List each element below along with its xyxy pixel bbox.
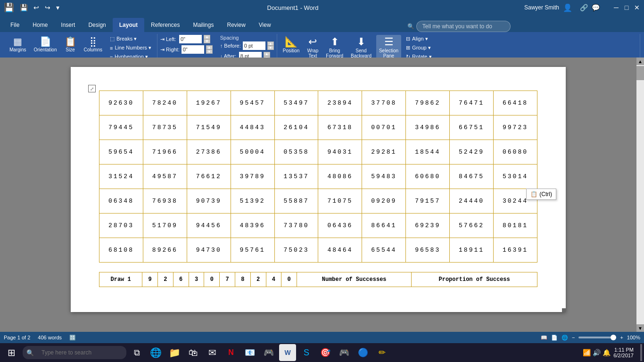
- taskbar-netflix[interactable]: N: [223, 344, 239, 361]
- taskbar-app12[interactable]: 🔵: [355, 344, 372, 361]
- bring-forward-button[interactable]: ⬆ BringForward: [323, 35, 346, 60]
- taskbar-search-input[interactable]: [36, 346, 123, 359]
- tab-references[interactable]: References: [144, 18, 186, 32]
- taskbar-word[interactable]: W: [279, 344, 296, 361]
- margins-button[interactable]: ▦ Margins: [7, 35, 29, 54]
- table-cell: 28703: [99, 214, 143, 238]
- selection-pane-icon: ☰: [384, 37, 394, 47]
- columns-button[interactable]: ⣿ Columns: [81, 35, 105, 54]
- tab-layout[interactable]: Layout: [113, 18, 144, 32]
- zoom-thumb[interactable]: [611, 335, 616, 340]
- sound-icon[interactable]: 🔊: [593, 349, 601, 356]
- taskbar-task-view[interactable]: ⧉: [128, 344, 145, 361]
- spacing-before-spinners: ▲ ▼: [267, 41, 274, 50]
- tab-insert[interactable]: Insert: [54, 18, 82, 32]
- size-button[interactable]: 📋 Size: [62, 35, 79, 54]
- close-button[interactable]: ✕: [634, 4, 640, 11]
- taskbar-explorer[interactable]: 📁: [166, 344, 183, 361]
- breaks-button[interactable]: ⬚ Breaks ▾: [107, 35, 154, 43]
- table-cell: 78735: [143, 115, 187, 140]
- selection-pane-button[interactable]: ☰ SelectionPane: [376, 35, 401, 60]
- table-cell: 13537: [274, 165, 318, 189]
- spacing-after-up[interactable]: ▲: [264, 52, 270, 56]
- tab-design[interactable]: Design: [82, 18, 112, 32]
- position-button[interactable]: 📐 Position: [280, 35, 303, 55]
- taskbar-app13[interactable]: ✏: [373, 344, 390, 361]
- scroll-up-button[interactable]: ▲: [636, 58, 644, 65]
- table-resize-handle[interactable]: [562, 308, 566, 312]
- bottom-table-cell: 6: [173, 272, 189, 287]
- notification-icon[interactable]: 🔔: [603, 349, 611, 356]
- web-layout-icon[interactable]: 🌐: [561, 335, 568, 341]
- taskbar-steam[interactable]: 🎮: [260, 344, 277, 361]
- zoom-out-button[interactable]: −: [572, 335, 575, 340]
- spacing-before-up[interactable]: ▲: [267, 41, 274, 46]
- spacing-before-down[interactable]: ▼: [267, 46, 274, 50]
- save-icon[interactable]: 💾: [18, 3, 30, 12]
- search-input[interactable]: [416, 21, 511, 32]
- wrap-text-button[interactable]: ↩ WrapText: [304, 35, 321, 60]
- indent-right-input[interactable]: [182, 45, 204, 54]
- tab-mailings[interactable]: Mailings: [186, 18, 220, 32]
- paragraph-content: ⇥ Left: ▲ ▼ ⇥ Right: ▲ ▼ Sp: [160, 35, 274, 60]
- spacing-before-input[interactable]: [243, 41, 265, 50]
- search-box[interactable]: 🔍: [278, 21, 640, 32]
- minimize-button[interactable]: ─: [613, 4, 619, 11]
- tab-file[interactable]: File: [4, 18, 26, 32]
- indent-left-down[interactable]: ▼: [204, 39, 210, 43]
- orientation-icon: 📄: [40, 37, 51, 46]
- scroll-thumb[interactable]: [636, 66, 644, 80]
- table-cell: 29281: [362, 140, 406, 165]
- taskbar-search-container[interactable]: 🔍: [23, 346, 126, 359]
- redo-icon[interactable]: ↪: [43, 3, 52, 12]
- maximize-button[interactable]: □: [623, 4, 630, 11]
- orientation-button[interactable]: 📄 Orientation: [31, 35, 60, 54]
- align-button[interactable]: ⊟ Align ▾: [403, 35, 434, 43]
- table-cell: 76612: [187, 165, 231, 189]
- share-icon[interactable]: 🔗: [580, 4, 588, 11]
- table-cell: 95761: [231, 238, 274, 263]
- show-desktop-button[interactable]: [640, 344, 642, 361]
- tab-review[interactable]: Review: [220, 18, 252, 32]
- table-cell: 76471: [450, 91, 494, 115]
- table-cell: 05358: [274, 140, 318, 165]
- tab-home[interactable]: Home: [26, 18, 54, 32]
- taskbar-xbox[interactable]: 🎮: [336, 344, 353, 361]
- taskbar-edge[interactable]: 🌐: [147, 344, 164, 361]
- print-layout-icon[interactable]: 📄: [551, 335, 558, 341]
- network-icon[interactable]: 📶: [583, 349, 591, 356]
- undo-icon[interactable]: ↩: [32, 3, 41, 12]
- customize-icon[interactable]: ▾: [54, 3, 61, 12]
- read-mode-icon[interactable]: 📖: [541, 335, 547, 341]
- scroll-down-button[interactable]: ▼: [636, 324, 644, 332]
- indent-right-down[interactable]: ▼: [206, 49, 213, 54]
- account-icon[interactable]: 👤: [563, 3, 572, 12]
- indent-right-up[interactable]: ▲: [206, 45, 213, 49]
- table-move-handle[interactable]: ⤢: [88, 85, 96, 92]
- taskbar-app6[interactable]: 📧: [241, 344, 258, 361]
- table-cell: 50004: [231, 140, 274, 165]
- comment-icon[interactable]: 💬: [592, 4, 600, 11]
- start-button[interactable]: ⊞: [2, 344, 21, 361]
- send-backward-button[interactable]: ⬇ SendBackward: [348, 35, 374, 60]
- table-cell: 94730: [187, 238, 231, 263]
- bottom-table-cell: 2: [250, 272, 266, 287]
- taskbar-mail[interactable]: ✉: [204, 344, 221, 361]
- taskbar-app9[interactable]: S: [298, 344, 315, 361]
- bottom-table-cell: 2: [158, 272, 173, 287]
- table-cell: 76938: [143, 189, 187, 214]
- date-display: 6/2/2017: [613, 353, 634, 358]
- proofing-icon[interactable]: 🔠: [69, 335, 76, 341]
- table-cell: 99723: [494, 115, 537, 140]
- vertical-scrollbar[interactable]: ▲ ▼: [636, 58, 644, 332]
- line-numbers-button[interactable]: ≡ Line Numbers ▾: [107, 44, 154, 52]
- tab-view[interactable]: View: [252, 18, 278, 32]
- indent-left-input[interactable]: [179, 35, 202, 43]
- taskbar-store[interactable]: 🛍: [185, 344, 202, 361]
- zoom-slider[interactable]: [578, 337, 616, 338]
- zoom-in-button[interactable]: +: [620, 335, 623, 340]
- indent-left-up[interactable]: ▲: [204, 35, 210, 39]
- group-button[interactable]: ⊞ Group ▾: [403, 44, 434, 52]
- scroll-track[interactable]: [636, 65, 644, 324]
- taskbar-app10[interactable]: 🎯: [317, 344, 334, 361]
